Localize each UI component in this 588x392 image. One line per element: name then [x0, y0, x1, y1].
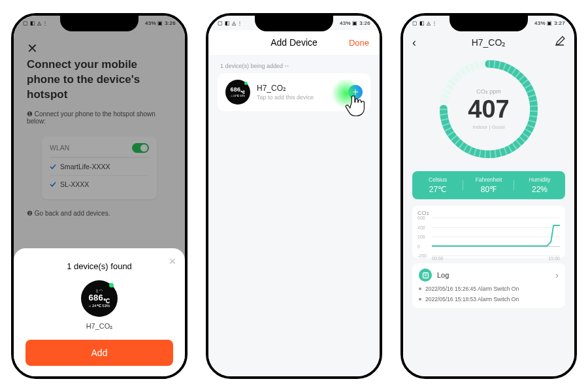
metric-label: Fahrenheit [463, 176, 514, 183]
status-left: ▢ ◧ ◬ ⋮ [412, 17, 438, 29]
add-button[interactable]: Add [25, 340, 173, 366]
metric-label: Humidity [514, 176, 565, 183]
y-tick: 0 [417, 244, 420, 248]
y-tick: 400 [417, 225, 425, 229]
log-card[interactable]: Log › 2022/05/16 15:26:45 Alarm Switch O… [412, 263, 565, 308]
edit-icon[interactable] [555, 36, 565, 49]
log-item: 2022/05/16 15:26:45 Alarm Switch On [419, 286, 559, 292]
log-icon [419, 269, 432, 282]
devices-found-sheet: × 1 device(s) found ▯ ◠ 686℃ ⌂ 24℃ 53% H… [14, 248, 185, 376]
badge-value: 686℃ [89, 293, 110, 304]
gauge-label: CO₂ ppm [476, 88, 501, 95]
phone-connect-hotspot: ▢ ◧ ◬ ⋮ 43% ▣ 3:26 ✕ Connect your mobile… [11, 13, 188, 379]
phone-add-device: ▢ ◧ ◬ ⋮ 43% ▣ 3:26 Add Device Done 1 dev… [206, 13, 382, 379]
log-item: 2022/05/16 15:18:53 Alarm Switch On [419, 296, 559, 302]
status-right: 43% ▣ 3:26 [145, 17, 176, 29]
device-badge-icon: 686℃ ⌂ 24℃ 53% [225, 80, 250, 105]
y-tick: -200 [417, 253, 427, 258]
status-dot-icon [244, 82, 248, 85]
metric-value: 80℉ [463, 185, 514, 194]
co2-chart-card: CO₂ 600 400 200 0 -200 00:00 15:00 [412, 206, 565, 258]
close-icon[interactable]: × [169, 255, 176, 269]
status-right: 43% ▣ 3:27 [534, 17, 565, 29]
device-name: H7_CO₂ [86, 322, 113, 331]
metric-value: 22% [514, 185, 565, 194]
y-tick: 200 [417, 235, 425, 239]
header-title: H7_CO₂ [472, 37, 506, 48]
metric-humidity[interactable]: Humidity 22% [514, 176, 565, 194]
badge-footer: ⌂ 24℃ 53% [89, 304, 110, 308]
being-added-text: 1 device(s) being added ◦◦ [208, 55, 380, 73]
back-icon[interactable]: ‹ [412, 36, 416, 50]
gauge-value: 407 [468, 95, 509, 123]
notch [60, 14, 139, 31]
notch [449, 14, 528, 31]
badge-footer: ⌂ 24℃ 53% [231, 95, 245, 97]
status-left: ▢ ◧ ◬ ⋮ [23, 17, 48, 29]
log-title: Log [437, 271, 550, 279]
metric-label: Celsius [412, 176, 463, 183]
gauge-quality: Indoor | Good [473, 124, 505, 130]
metrics-card: Celsius 27℃ Fahrenheit 80℉ Humidity 22% [412, 171, 565, 199]
device-name: H7_CO₂ [257, 84, 342, 93]
chevron-right-icon: › [555, 270, 559, 280]
status-right: 43% ▣ 3:26 [340, 17, 370, 29]
phone-device-detail: ▢ ◧ ◬ ⋮ 43% ▣ 3:27 ‹ H7_CO₂ CO₂ ppm 407 [400, 13, 577, 379]
sheet-title: 1 device(s) found [67, 261, 132, 271]
status-left: ▢ ◧ ◬ ⋮ [218, 17, 243, 29]
header-title: Add Device [270, 37, 318, 48]
header: Add Device Done [208, 30, 380, 55]
co2-chart[interactable]: 600 400 200 0 -200 00:00 15:00 [417, 218, 560, 255]
device-subtitle: Tap to add this device [257, 94, 342, 101]
metric-fahrenheit[interactable]: Fahrenheit 80℉ [463, 176, 514, 194]
metric-value: 27℃ [412, 185, 463, 194]
co2-gauge: CO₂ ppm 407 Indoor | Good [403, 57, 574, 161]
notch [255, 14, 333, 31]
device-row[interactable]: 686℃ ⌂ 24℃ 53% H7_CO₂ Tap to add this de… [218, 73, 370, 111]
device-badge-icon: ▯ ◠ 686℃ ⌂ 24℃ 53% [81, 280, 118, 317]
status-dot-icon [109, 283, 114, 287]
x-tick: 00:00 [432, 256, 444, 261]
device-text: H7_CO₂ Tap to add this device [257, 84, 342, 101]
header: ‹ H7_CO₂ [403, 30, 574, 55]
done-button[interactable]: Done [349, 38, 369, 48]
chart-title: CO₂ [417, 210, 560, 216]
metric-celsius[interactable]: Celsius 27℃ [412, 176, 463, 194]
badge-value: 686℃ [230, 87, 245, 95]
plus-icon[interactable]: + [348, 85, 363, 99]
x-tick: 15:00 [548, 256, 560, 261]
y-tick: 600 [417, 216, 425, 220]
